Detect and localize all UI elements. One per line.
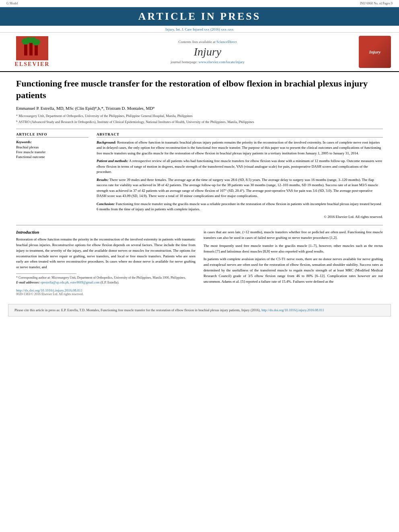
email2[interactable]: estee9669@gmail.com (70, 281, 99, 284)
intro-para-right2: The most frequently used free muscle tra… (204, 243, 383, 255)
body-left-col: Introduction Restoration of elbow functi… (16, 230, 195, 296)
homepage-url[interactable]: www.elsevier.com/locate/injury (199, 60, 245, 64)
intro-para-right1: in cases that are seen late, (>12 months… (204, 230, 383, 241)
patients-text: A retrospective review of all patients w… (97, 159, 382, 174)
keyword-2: Free muscle transfer (16, 150, 88, 154)
intro-para-right3: In patients with complete avulsion injur… (204, 257, 383, 285)
elsevier-logo: ELSEVIER (8, 36, 56, 68)
elsevier-tree-image (16, 36, 48, 60)
main-content: Functioning free muscle transfer for the… (0, 72, 399, 300)
injury-logo: Injury (359, 36, 391, 68)
background-text: Restoration of elbow function in traumat… (97, 140, 381, 155)
body-section: Introduction Restoration of elbow functi… (16, 225, 383, 296)
background-label: Background: (97, 140, 116, 144)
cite-text: Please cite this article in press as: E.… (14, 308, 261, 312)
g-model-text: G Model (4, 1, 21, 6)
email-note: (E.P. Estrella). (101, 281, 119, 284)
footnote: * Corresponding author at: Microsurgery … (16, 275, 195, 285)
cite-bar: Please cite this article in press as: E.… (8, 304, 391, 316)
copyright: © 2016 Elsevier Ltd. All rights reserved… (97, 215, 383, 219)
footnote-star: * Corresponding author at: Microsurgery … (16, 275, 195, 280)
article-info-label: Article Info (16, 132, 88, 138)
abstract-background: Background: Restoration of elbow functio… (97, 140, 383, 156)
journal-homepage: journal homepage: www.elsevier.com/locat… (56, 60, 359, 64)
body-right-col: in cases that are seen late, (>12 months… (204, 230, 383, 296)
email1[interactable]: epestrella@up.edu.ph (41, 281, 69, 284)
results-text: There were 39 males and three females. T… (97, 178, 378, 198)
article-title: Functioning free muscle transfer for the… (16, 78, 383, 101)
email-label: E-mail addresses: (16, 281, 40, 284)
journal-center: Contents lists available at ScienceDirec… (56, 40, 359, 64)
footnote-email: E-mail addresses: epestrella@up.edu.ph, … (16, 280, 195, 285)
abstract-conclusion: Conclusion: Functioning free muscle tran… (97, 201, 383, 212)
keywords-label: Keywords: (16, 140, 88, 144)
abstract-col: Abstract Background: Restoration of elbo… (97, 132, 383, 219)
doi-url[interactable]: http://dx.doi.org/10.1016/j.injury.2016.… (16, 288, 195, 292)
authors: Emmanuel P. Estrella, MD, MSc (Clin Epid… (16, 106, 383, 111)
science-direct-link[interactable]: ScienceDirect (216, 40, 237, 44)
patients-label: Patient and methods: (97, 159, 128, 163)
intro-para1: Restoration of elbow function remains th… (16, 237, 195, 271)
conclusion-label: Conclusion: (97, 202, 115, 206)
results-label: Results: (97, 178, 109, 182)
keyword-1: Brachial plexus (16, 145, 88, 149)
conclusion-text: Functioning free muscle transfer using t… (97, 202, 381, 212)
journal-header: ELSEVIER Contents lists available at Sci… (0, 33, 399, 72)
affiliations: ᵃ Microsurgery Unit, Department of Ortho… (16, 113, 383, 125)
introduction-title: Introduction (16, 230, 195, 234)
svg-point-6 (32, 39, 40, 45)
issn-line: 0020-1383/© 2016 Elsevier Ltd. All right… (16, 292, 195, 296)
keyword-3: Functional outcome (16, 155, 88, 159)
article-info-col: Article Info Keywords: Brachial plexus F… (16, 132, 88, 219)
contents-line: Contents lists available at ScienceDirec… (56, 40, 359, 44)
cite-link[interactable]: http://dx.doi.org/10.1016/j.injury.2016.… (261, 308, 324, 312)
abstract-results: Results: There were 39 males and three f… (97, 177, 383, 199)
elsevier-brand-text: ELSEVIER (15, 61, 50, 68)
divider (16, 129, 383, 129)
affiliation-a: ᵃ Microsurgery Unit, Department of Ortho… (16, 113, 383, 119)
abstract-patients: Patient and methods: A retrospective rev… (97, 158, 383, 175)
g-model-bar: G Model INIJ 6868 No. of Pages 9 (0, 0, 399, 7)
footnote-divider (16, 273, 76, 274)
affiliation-b: ᵇ ASTRO (Advanced Study and Research in … (16, 119, 383, 125)
inj-text: INIJ 6868 No. of Pages 9 (358, 1, 395, 6)
journal-name: Injury (56, 45, 359, 58)
body-two-col: Introduction Restoration of elbow functi… (16, 230, 383, 296)
abstract-label: Abstract (97, 132, 383, 138)
article-info-abstract: Article Info Keywords: Brachial plexus F… (16, 132, 383, 219)
journal-ref: Injury, Int. J. Care Injured xxx (2016) … (0, 26, 399, 33)
doi-section: http://dx.doi.org/10.1016/j.injury.2016.… (16, 288, 195, 296)
article-in-press-banner: ARTICLE IN PRESS (0, 7, 399, 26)
